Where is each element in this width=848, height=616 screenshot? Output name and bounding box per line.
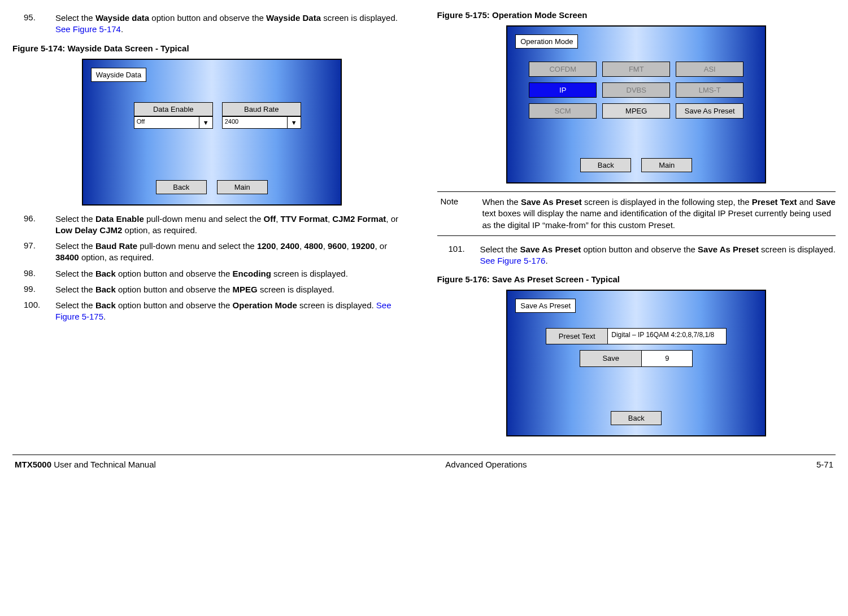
data-enable-value: Off bbox=[134, 117, 199, 128]
text-bold: Low Delay CJM2 bbox=[55, 225, 122, 235]
back-button[interactable]: Back bbox=[156, 180, 207, 194]
main-button[interactable]: Main bbox=[217, 180, 268, 194]
figure-link[interactable]: See Figure 5-174 bbox=[55, 24, 121, 34]
text-bold: 2400 bbox=[281, 241, 299, 251]
step-body: Select the Wayside data option button an… bbox=[55, 12, 411, 36]
text: and bbox=[797, 197, 816, 207]
text-bold: Back bbox=[95, 269, 116, 278]
preset-text-row: Preset Text Digital – IP 16QAM 4:2:0,8,7… bbox=[546, 328, 727, 344]
step-101: 101. Select the Save As Preset option bu… bbox=[437, 244, 836, 267]
figure-176-caption: Figure 5-176: Save As Preset Screen - Ty… bbox=[437, 274, 836, 284]
text-bold: 19200 bbox=[351, 241, 375, 251]
text-bold: Preset Text bbox=[752, 197, 797, 207]
footer-center: Advanced Operations bbox=[445, 460, 527, 469]
text: option, as required. bbox=[122, 225, 197, 235]
text-bold: 1200 bbox=[257, 241, 276, 251]
text-bold: Back bbox=[95, 285, 116, 294]
text: , or bbox=[375, 241, 387, 251]
text-bold: Data Enable bbox=[95, 214, 144, 224]
asi-button[interactable]: ASI bbox=[676, 62, 743, 77]
text: . bbox=[545, 256, 547, 265]
text-bold: Save bbox=[816, 197, 836, 207]
save-as-preset-screen: Save As Preset Preset Text Digital – IP … bbox=[506, 290, 766, 436]
text: . bbox=[121, 24, 123, 34]
text: option, as required. bbox=[79, 252, 154, 262]
save-value[interactable]: 9 bbox=[642, 350, 693, 367]
text: pull-down menu and select the bbox=[144, 214, 264, 224]
text: option button and observe the bbox=[149, 13, 266, 23]
screen-title: Wayside Data bbox=[91, 68, 146, 82]
step-number: 97. bbox=[24, 241, 55, 264]
text: Select the bbox=[55, 241, 95, 251]
fmt-button[interactable]: FMT bbox=[602, 62, 670, 77]
text: screen is displayed. bbox=[759, 244, 836, 254]
step-number: 95. bbox=[24, 12, 55, 36]
text: screen is displayed. bbox=[321, 13, 398, 23]
scm-button[interactable]: SCM bbox=[529, 103, 597, 119]
text-bold: Save As Preset bbox=[698, 244, 759, 254]
text: , bbox=[323, 241, 328, 251]
footer-left: MTX5000 User and Technical Manual bbox=[15, 460, 156, 469]
text: When the bbox=[482, 197, 521, 207]
preset-text-value[interactable]: Digital – IP 16QAM 4:2:0,8,7/8,1/8 bbox=[608, 328, 727, 344]
step-number: 99. bbox=[24, 284, 55, 295]
figure-175-caption: Figure 5-175: Operation Mode Screen bbox=[437, 10, 836, 20]
save-as-preset-button[interactable]: Save As Preset bbox=[676, 103, 743, 119]
screen-title: Operation Mode bbox=[515, 34, 578, 49]
main-button[interactable]: Main bbox=[641, 158, 692, 172]
ip-button[interactable]: IP bbox=[529, 82, 597, 98]
preset-text-label[interactable]: Preset Text bbox=[546, 328, 608, 344]
step-number: 100. bbox=[24, 300, 55, 323]
step-body: Select the Back option button and observ… bbox=[55, 300, 411, 323]
text: , bbox=[276, 214, 280, 224]
text: Select the bbox=[55, 300, 95, 310]
mpeg-button[interactable]: MPEG bbox=[602, 103, 670, 119]
left-column: 95. Select the Wayside data option butto… bbox=[12, 10, 411, 444]
save-label[interactable]: Save bbox=[580, 350, 642, 367]
text: option button and observe the bbox=[116, 285, 233, 294]
right-column: Figure 5-175: Operation Mode Screen Oper… bbox=[437, 10, 836, 444]
save-row: Save 9 bbox=[580, 350, 693, 367]
text-bold: Encoding bbox=[233, 269, 271, 278]
text-bold: TTV Format bbox=[281, 214, 328, 224]
baud-rate-value: 2400 bbox=[223, 117, 287, 128]
data-enable-select[interactable]: Off ▼ bbox=[134, 116, 213, 129]
figure-175: Operation Mode COFDM FMT ASI IP DVBS LMS… bbox=[437, 25, 836, 184]
text: , bbox=[328, 214, 332, 224]
note-body: When the Save As Preset screen is displa… bbox=[482, 196, 836, 231]
back-button[interactable]: Back bbox=[580, 158, 631, 172]
step-95: 95. Select the Wayside data option butto… bbox=[12, 12, 411, 36]
baud-rate-select[interactable]: 2400 ▼ bbox=[222, 116, 301, 129]
text-bold: 4800 bbox=[304, 241, 323, 251]
text: screen is displayed in the following ste… bbox=[582, 197, 752, 207]
wayside-data-screen: Wayside Data Data Enable Off ▼ Baud Rate… bbox=[82, 59, 342, 206]
text-bold: CJM2 Format bbox=[332, 214, 386, 224]
text: option button and observe the bbox=[116, 269, 233, 278]
data-enable-label: Data Enable bbox=[134, 102, 213, 116]
text-bold: Wayside Data bbox=[266, 13, 321, 23]
text-bold: Save As Preset bbox=[521, 197, 582, 207]
operation-mode-screen: Operation Mode COFDM FMT ASI IP DVBS LMS… bbox=[506, 25, 766, 184]
back-button[interactable]: Back bbox=[611, 411, 662, 425]
figure-link[interactable]: See Figure 5-176 bbox=[480, 256, 546, 265]
page-number: 5-71 bbox=[816, 460, 833, 469]
figure-174-caption: Figure 5-174: Wayside Data Screen - Typi… bbox=[12, 43, 411, 53]
text-bold: Wayside data bbox=[95, 13, 149, 23]
footer-text: User and Technical Manual bbox=[51, 460, 156, 469]
text: , bbox=[346, 241, 351, 251]
text-bold: MPEG bbox=[233, 285, 258, 294]
dropdown-icon: ▼ bbox=[199, 117, 212, 128]
step-97: 97. Select the Baud Rate pull-down menu … bbox=[12, 241, 411, 264]
text: screen is displayed. bbox=[297, 300, 376, 310]
dvbs-button[interactable]: DVBS bbox=[602, 82, 670, 98]
step-number: 101. bbox=[449, 244, 480, 267]
text: pull-down menu and select the bbox=[137, 241, 257, 251]
text-bold: Operation Mode bbox=[233, 300, 297, 310]
text: screen is displayed. bbox=[258, 285, 334, 294]
text-bold: Baud Rate bbox=[95, 241, 137, 251]
figure-176: Save As Preset Preset Text Digital – IP … bbox=[437, 290, 836, 436]
lms-t-button[interactable]: LMS-T bbox=[676, 82, 743, 98]
text: Select the bbox=[480, 244, 520, 254]
cofdm-button[interactable]: COFDM bbox=[529, 62, 597, 77]
text: text boxes will display the name and ide… bbox=[482, 208, 832, 229]
